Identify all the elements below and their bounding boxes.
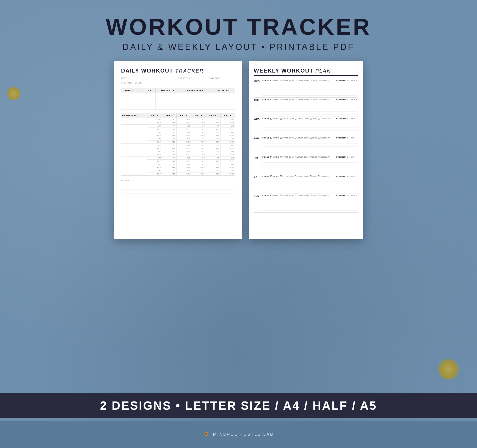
date-row: DATE START TIME: END TIME: — [121, 77, 235, 80]
day-label-mon: MON — [254, 79, 262, 97]
checkbox-box[interactable] — [310, 194, 311, 196]
weekly-page: WEEKLY WORKOUT PLAN MONFOCUSCARDIOUPPER … — [249, 61, 363, 239]
table-row — [121, 93, 235, 97]
checkbox-box[interactable] — [270, 156, 272, 158]
checkbox-upper-body: UPPER BODY — [280, 80, 294, 81]
checkbox-box[interactable] — [295, 118, 296, 120]
set-cell: WT — [177, 131, 191, 134]
rep-cell: REP — [191, 166, 206, 169]
set-cell: WT — [191, 118, 206, 121]
header: WORKOUT TRACKER DAILY & WEEKLY LAYOUT • … — [0, 0, 477, 61]
checkbox-box[interactable] — [270, 99, 272, 100]
checkbox-box[interactable] — [318, 176, 319, 177]
checkbox-upper-body: UPPER BODY — [280, 99, 294, 100]
set-cell: WT — [220, 118, 235, 121]
checkbox-upper-body: UPPER BODY — [280, 194, 294, 196]
day-label-tue: TUE — [254, 98, 262, 117]
checkbox-box[interactable] — [280, 80, 282, 81]
day-content: FOCUSCARDIOUPPER BODYLOWER BODYCOREFLEXI… — [262, 98, 358, 117]
rep-cell: REP — [191, 153, 206, 157]
rep-cell: REP — [162, 172, 177, 176]
banner-text: 2 DESIGNS • LETTER SIZE / A4 / HALF / A5 — [14, 399, 463, 412]
day-content: FOCUSCARDIOUPPER BODYLOWER BODYCOREFLEXI… — [262, 194, 358, 212]
checkbox-box[interactable] — [310, 80, 311, 81]
checkbox-box[interactable] — [270, 80, 272, 81]
set-cell: WT — [220, 125, 235, 128]
checkbox-core: CORE — [310, 176, 317, 177]
bottom-banner: 2 DESIGNS • LETTER SIZE / A4 / HALF / A5 — [0, 393, 477, 418]
intensity-options: L / M / H — [347, 156, 358, 158]
checkbox-box[interactable] — [318, 99, 319, 100]
set-cell: WT — [191, 150, 206, 153]
checkbox-box[interactable] — [295, 80, 296, 81]
exercise-name-cell — [121, 157, 147, 163]
checkbox-box[interactable] — [295, 194, 296, 196]
checkbox-box[interactable] — [318, 194, 319, 196]
rep-cell: REP — [220, 121, 235, 125]
checkbox-box[interactable] — [295, 99, 296, 100]
checkbox-box[interactable] — [280, 118, 282, 120]
set-cell: WT — [162, 163, 177, 166]
checkbox-box[interactable] — [310, 156, 311, 158]
checkbox-label: FLEXIBILITY — [320, 156, 330, 158]
day-line — [262, 188, 358, 191]
days-container: MONFOCUSCARDIOUPPER BODYLOWER BODYCOREFL… — [254, 79, 358, 212]
notes-line — [121, 186, 235, 190]
checkbox-box[interactable] — [280, 156, 282, 158]
rep-cell: REP — [177, 140, 191, 144]
set-cell: WT — [220, 144, 235, 147]
day-label-sun: SUN — [254, 194, 262, 212]
end-time-section: END TIME: — [209, 77, 235, 80]
checkbox-label: CORE — [312, 176, 317, 177]
checkbox-box[interactable] — [270, 194, 272, 196]
focus-row: FOCUSCARDIOUPPER BODYLOWER BODYCOREFLEXI… — [262, 156, 358, 158]
checkbox-box[interactable] — [310, 99, 311, 100]
start-time-label: START TIME: — [178, 77, 193, 79]
exercise-name-cell — [121, 125, 147, 131]
checkbox-box[interactable] — [310, 137, 311, 139]
checkbox-box[interactable] — [310, 118, 311, 120]
checkbox-core: CORE — [310, 156, 317, 158]
checkbox-box[interactable] — [280, 137, 282, 139]
rep-cell: REP — [206, 121, 220, 125]
checkbox-box[interactable] — [280, 176, 282, 177]
daily-page-title: DAILY WORKOUT TRACKER — [121, 67, 235, 74]
checkbox-box[interactable] — [270, 176, 272, 177]
checkbox-box[interactable] — [318, 156, 319, 158]
focus-row: FOCUSCARDIOUPPER BODYLOWER BODYCOREFLEXI… — [262, 137, 358, 139]
checkbox-box[interactable] — [270, 118, 272, 120]
footer-brand: MINDFUL HUSTLE LAB — [213, 432, 274, 437]
day-label-fri: FRI — [254, 155, 262, 174]
checkbox-box[interactable] — [310, 176, 311, 177]
exercises-header-set3: SET 3 — [177, 113, 191, 118]
table-row — [121, 97, 235, 101]
checkbox-box[interactable] — [295, 137, 296, 139]
day-content: FOCUSCARDIOUPPER BODYLOWER BODYCOREFLEXI… — [262, 174, 358, 193]
set-cell: WT — [177, 125, 191, 128]
set-cell: WT — [177, 163, 191, 166]
checkbox-label: FLEXIBILITY — [320, 118, 330, 120]
checkbox-box[interactable] — [295, 156, 296, 158]
checkbox-box[interactable] — [295, 176, 296, 177]
checkbox-box[interactable] — [270, 137, 272, 139]
checkbox-label: UPPER BODY — [282, 176, 294, 177]
checkbox-cardio: CARDIO — [270, 194, 279, 196]
table-row: WTWTWTWTWTWT — [121, 131, 235, 134]
set-cell: WT — [147, 125, 162, 128]
checkbox-lower-body: LOWER BODY — [295, 80, 309, 81]
checkbox-box[interactable] — [318, 118, 319, 120]
checkbox-box[interactable] — [318, 80, 319, 81]
day-line — [262, 112, 358, 115]
checkbox-box[interactable] — [280, 194, 282, 196]
checkbox-box[interactable] — [280, 99, 282, 100]
rep-cell: REP — [147, 134, 162, 137]
checkbox-box[interactable] — [318, 137, 319, 139]
day-line — [262, 124, 358, 127]
day-line — [262, 159, 358, 163]
rep-cell: REP — [177, 134, 191, 137]
rep-cell: REP — [220, 160, 235, 163]
table-row: WTWTWTWTWTWT — [121, 125, 235, 128]
exercise-name-cell — [121, 118, 147, 125]
rep-cell: REP — [220, 140, 235, 144]
day-line — [262, 182, 358, 185]
